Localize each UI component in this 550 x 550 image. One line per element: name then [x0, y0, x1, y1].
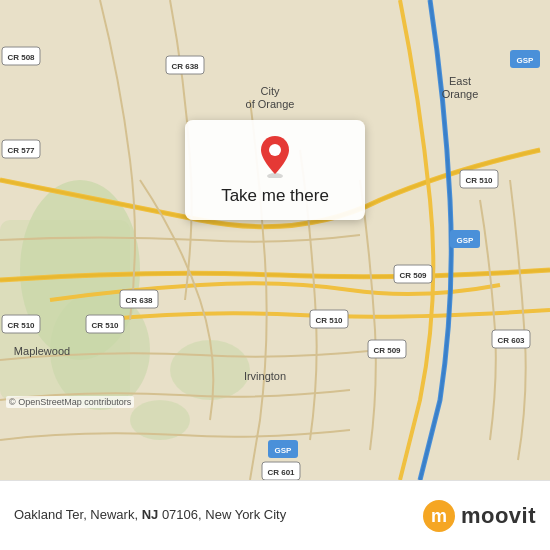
bottom-bar: Oakland Ter, Newark, NJ 07106, New York … [0, 480, 550, 550]
svg-text:CR 510: CR 510 [315, 316, 343, 325]
svg-text:City: City [261, 85, 280, 97]
svg-text:CR 508: CR 508 [7, 53, 35, 62]
svg-text:Irvington: Irvington [244, 370, 286, 382]
svg-text:GSP: GSP [275, 446, 293, 455]
svg-text:GSP: GSP [457, 236, 475, 245]
location-pin-icon [257, 134, 293, 178]
svg-text:Orange: Orange [442, 88, 479, 100]
moovit-logo-text: moovit [461, 503, 536, 529]
take-me-there-label: Take me there [221, 186, 329, 206]
svg-text:m: m [431, 506, 447, 526]
svg-text:CR 509: CR 509 [373, 346, 401, 355]
svg-text:CR 510: CR 510 [7, 321, 35, 330]
map-background: CR 508 CR 577 CR 638 CR 638 CR 510 CR 51… [0, 0, 550, 480]
moovit-logo-icon: m [423, 500, 455, 532]
svg-rect-3 [0, 220, 130, 400]
svg-point-43 [269, 144, 281, 156]
svg-text:Maplewood: Maplewood [14, 345, 70, 357]
svg-point-4 [170, 340, 250, 400]
svg-text:CR 603: CR 603 [497, 336, 525, 345]
svg-text:East: East [449, 75, 471, 87]
svg-text:CR 510: CR 510 [465, 176, 493, 185]
svg-text:CR 638: CR 638 [125, 296, 153, 305]
svg-text:CR 638: CR 638 [171, 62, 199, 71]
svg-text:CR 601: CR 601 [267, 468, 295, 477]
map-container: CR 508 CR 577 CR 638 CR 638 CR 510 CR 51… [0, 0, 550, 480]
svg-text:GSP: GSP [517, 56, 535, 65]
svg-text:CR 509: CR 509 [399, 271, 427, 280]
svg-text:CR 577: CR 577 [7, 146, 35, 155]
svg-text:of Orange: of Orange [246, 98, 295, 110]
address-text: Oakland Ter, Newark, NJ 07106, New York … [14, 506, 286, 524]
osm-credit: © OpenStreetMap contributors [6, 396, 134, 408]
svg-text:CR 510: CR 510 [91, 321, 119, 330]
moovit-logo: m moovit [423, 500, 536, 532]
map-popup[interactable]: Take me there [185, 120, 365, 220]
